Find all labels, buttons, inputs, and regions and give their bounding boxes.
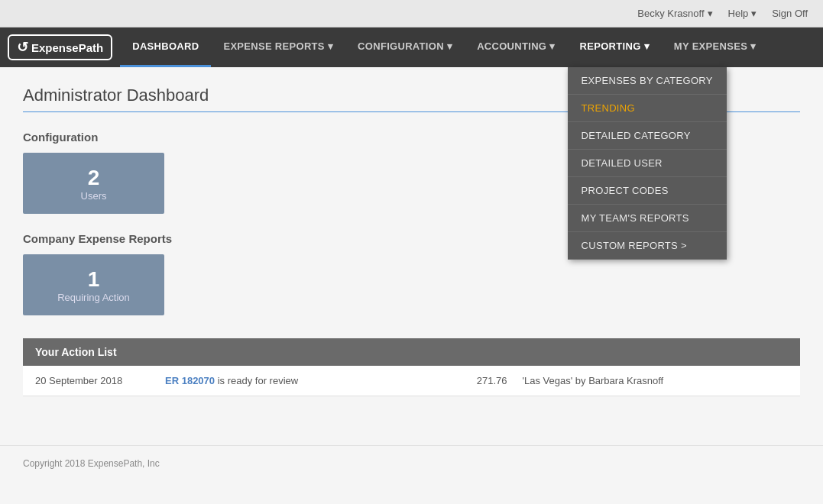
top-bar: Becky Krasnoff ▾ Help ▾ Sign Off bbox=[0, 0, 823, 27]
help-menu[interactable]: Help ▾ bbox=[728, 8, 757, 19]
requiring-action-stat-box: 1 Requiring Action bbox=[23, 254, 164, 315]
dropdown-detailed-user-label: Detailed User bbox=[582, 157, 663, 169]
dropdown-item-detailed-user[interactable]: Detailed User bbox=[568, 150, 727, 177]
dropdown-item-project-codes[interactable]: Project Codes bbox=[568, 177, 727, 205]
help-label: Help bbox=[728, 8, 749, 19]
nav-my-expenses-label: MY EXPENSES bbox=[674, 40, 747, 52]
navbar: ↺ ExpensePath DASHBOARD EXPENSE REPORTS … bbox=[0, 27, 823, 67]
dropdown-item-detailed-category[interactable]: Detailed Category bbox=[568, 122, 727, 150]
logo[interactable]: ↺ ExpensePath bbox=[8, 27, 112, 67]
nav-accounting-chevron-icon: ▾ bbox=[549, 40, 555, 52]
nav-accounting-label: ACCOUNTING bbox=[477, 40, 546, 52]
users-stat-box: 2 Users bbox=[23, 153, 164, 214]
action-description: ER 182070 is ready for review bbox=[165, 375, 431, 386]
nav-expense-reports-chevron-icon: ▾ bbox=[328, 40, 333, 52]
users-count: 2 bbox=[88, 165, 100, 191]
dropdown-trending-label: Trending bbox=[582, 102, 635, 114]
nav-items: DASHBOARD EXPENSE REPORTS ▾ CONFIGURATIO… bbox=[120, 27, 815, 67]
nav-item-dashboard[interactable]: DASHBOARD bbox=[120, 27, 211, 67]
nav-item-reporting[interactable]: REPORTING ▾ Expenses by Category Trendin… bbox=[568, 27, 662, 67]
signoff-button[interactable]: Sign Off bbox=[772, 8, 808, 19]
dropdown-item-my-teams-reports[interactable]: My Team's Reports bbox=[568, 205, 727, 232]
dropdown-my-teams-reports-label: My Team's Reports bbox=[582, 212, 689, 224]
nav-my-expenses-chevron-icon: ▾ bbox=[750, 40, 756, 52]
nav-configuration-chevron-icon: ▾ bbox=[447, 40, 452, 52]
user-menu[interactable]: Becky Krasnoff ▾ bbox=[637, 8, 712, 19]
action-note: 'Las Vegas' by Barbara Krasnoff bbox=[523, 375, 789, 386]
logo-text: ExpensePath bbox=[31, 41, 103, 54]
nav-expense-reports-label: EXPENSE REPORTS bbox=[223, 40, 324, 52]
nav-dashboard-label: DASHBOARD bbox=[132, 40, 199, 52]
nav-reporting-chevron-icon: ▾ bbox=[644, 40, 650, 52]
action-note-text: 'Las Vegas' by Barbara Krasnoff bbox=[523, 375, 664, 386]
action-amount: 271.76 bbox=[446, 375, 507, 386]
dropdown-custom-reports-label: Custom Reports > bbox=[582, 240, 687, 251]
dropdown-item-trending[interactable]: Trending bbox=[568, 95, 727, 122]
reporting-dropdown: Expenses by Category Trending Detailed C… bbox=[568, 67, 727, 260]
er-number-link[interactable]: ER 182070 bbox=[165, 375, 215, 386]
dropdown-project-codes-label: Project Codes bbox=[582, 185, 669, 196]
dropdown-item-expenses-by-category[interactable]: Expenses by Category bbox=[568, 67, 727, 95]
action-date: 20 September 2018 bbox=[35, 375, 150, 386]
user-chevron-icon: ▾ bbox=[708, 8, 713, 19]
help-chevron-icon: ▾ bbox=[751, 8, 757, 19]
requiring-action-label: Requiring Action bbox=[57, 292, 130, 303]
table-row: 20 September 2018 ER 182070 is ready for… bbox=[23, 366, 800, 396]
dropdown-item-custom-reports[interactable]: Custom Reports > bbox=[568, 232, 727, 260]
logo-arrow-icon: ↺ bbox=[17, 39, 28, 56]
dropdown-detailed-category-label: Detailed Category bbox=[582, 130, 691, 141]
footer-text: Copyright 2018 ExpensePath, Inc bbox=[23, 458, 160, 469]
requiring-action-count: 1 bbox=[88, 267, 100, 292]
nav-item-configuration[interactable]: CONFIGURATION ▾ bbox=[345, 27, 465, 67]
dropdown-expenses-by-category-label: Expenses by Category bbox=[582, 75, 713, 86]
signoff-label: Sign Off bbox=[772, 8, 808, 19]
action-status: is ready for review bbox=[218, 375, 298, 386]
users-label: Users bbox=[81, 190, 107, 202]
nav-item-expense-reports[interactable]: EXPENSE REPORTS ▾ bbox=[211, 27, 345, 67]
footer: Copyright 2018 ExpensePath, Inc bbox=[0, 445, 823, 481]
action-list: Your Action List 20 September 2018 ER 18… bbox=[23, 338, 800, 396]
action-list-header: Your Action List bbox=[23, 338, 800, 366]
nav-reporting-label: REPORTING bbox=[580, 40, 641, 52]
nav-item-accounting[interactable]: ACCOUNTING ▾ bbox=[465, 27, 567, 67]
nav-item-my-expenses[interactable]: MY EXPENSES ▾ bbox=[662, 27, 769, 67]
username-label: Becky Krasnoff bbox=[637, 8, 704, 19]
nav-configuration-label: CONFIGURATION bbox=[358, 40, 444, 52]
